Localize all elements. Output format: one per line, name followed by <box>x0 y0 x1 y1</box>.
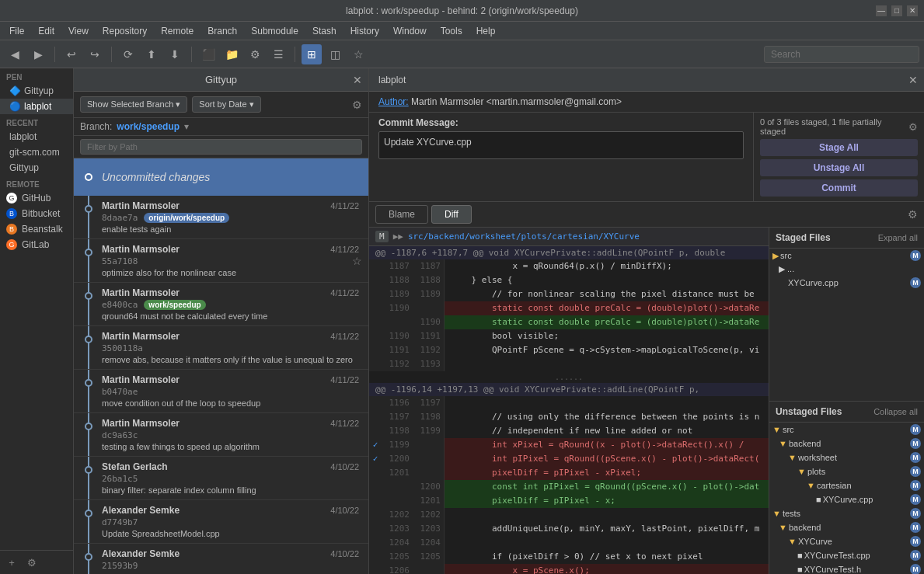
author-name: Martin Marmsoler <martin.marmsoler@gmail… <box>411 96 622 107</box>
list-item[interactable]: XYCurve.cpp M <box>769 276 924 290</box>
unstaged-files-title: Unstaged Files <box>776 406 842 417</box>
terminal-button[interactable]: ⬛ <box>198 44 218 64</box>
star-toolbar-button[interactable]: ☆ <box>348 44 368 64</box>
commit-msg-right: 0 of 3 files staged, 1 file partially st… <box>753 113 924 201</box>
diff-line-nums: 11891189 <box>382 287 445 301</box>
stage-all-button[interactable]: Stage All <box>760 139 918 156</box>
sidebar-item-beanstalk[interactable]: B Beanstalk <box>0 221 73 237</box>
menu-item-branch[interactable]: Branch <box>201 24 243 38</box>
menu-item-window[interactable]: Window <box>387 24 433 38</box>
list-item[interactable]: ▶ src M <box>769 249 924 263</box>
menu-item-stash[interactable]: Stash <box>306 24 343 38</box>
folder-icon: ▶ <box>772 251 779 261</box>
table-row[interactable]: Martin Marmsoler 4/11/22 b0470ae move co… <box>74 370 368 413</box>
close-window-button[interactable]: ✕ <box>907 5 918 16</box>
add-repo-button[interactable]: + <box>3 554 20 571</box>
menu-item-help[interactable]: Help <box>470 24 502 38</box>
diff-line-nums: 1190 <box>382 315 445 329</box>
tree-item-label: XYCurve.cpp <box>823 495 873 504</box>
commit-date: 4/10/22 <box>330 462 359 471</box>
list-item[interactable]: ▼ worksheet M <box>769 451 924 464</box>
list-item[interactable]: ▼ XYCurve M <box>769 534 924 548</box>
commit-hash: 55a7108 <box>102 256 138 266</box>
sidebar-item-github[interactable]: G GitHub <box>0 190 73 206</box>
labplot-close-button[interactable]: ✕ <box>908 74 918 86</box>
diff-settings-button[interactable]: ⚙ <box>908 208 918 221</box>
settings-button[interactable]: ⚙ <box>245 44 265 64</box>
list-item[interactable]: ▼ backend M <box>769 520 924 534</box>
sidebar-item-bitbucket[interactable]: B Bitbucket <box>0 206 73 221</box>
uncommitted-changes-item[interactable]: Uncommitted changes <box>74 158 368 196</box>
sidebar-item-recent-labplot[interactable]: labplot <box>0 129 73 144</box>
list-item[interactable]: ■ XYCurveTest.cpp M <box>769 548 924 562</box>
minimize-button[interactable]: — <box>876 5 887 16</box>
table-row[interactable]: Martin Marmsoler 4/11/22 dc9a63c testing… <box>74 413 368 457</box>
unstage-all-button[interactable]: Unstage All <box>760 159 918 176</box>
table-row[interactable]: Alexander Semke 4/10/22 21593b9 Removed … <box>74 544 368 574</box>
filter-input[interactable] <box>80 139 362 155</box>
table-row[interactable]: Martin Marmsoler 4/11/22 55a7108 optimiz… <box>74 239 368 283</box>
folder-button[interactable]: 📁 <box>221 44 242 64</box>
sidebar-item-recent-gitscm[interactable]: git-scm.com <box>0 144 73 160</box>
redo-button[interactable]: ↪ <box>85 44 105 64</box>
menu-item-repository[interactable]: Repository <box>96 24 153 38</box>
table-row[interactable]: Alexander Semke 4/10/22 d7749b7 Update S… <box>74 500 368 544</box>
sidebar-item-gitlab[interactable]: G GitLab <box>0 237 73 252</box>
sidebar-item-labplot[interactable]: 🔵 labplot <box>0 99 73 114</box>
sort-date-button[interactable]: Sort by Date ▾ <box>192 96 260 113</box>
list-item[interactable]: ▼ src M <box>769 423 924 437</box>
list-item[interactable]: ▶ ... <box>769 263 924 276</box>
menu-item-history[interactable]: History <box>344 24 385 38</box>
back-button[interactable]: ◀ <box>5 44 25 64</box>
list-item[interactable]: ▼ backend M <box>769 437 924 451</box>
search-input[interactable] <box>764 46 919 63</box>
history-button[interactable]: ◫ <box>325 44 345 64</box>
settings-left-button[interactable]: ⚙ <box>23 554 40 571</box>
maximize-button[interactable]: □ <box>891 5 902 16</box>
fetch-button[interactable]: ⟳ <box>118 44 138 64</box>
menu-item-tools[interactable]: Tools <box>434 24 469 38</box>
commit-button[interactable]: Commit <box>760 179 918 197</box>
collapse-all-button[interactable]: Collapse all <box>873 407 918 416</box>
author-label[interactable]: Author: <box>378 96 409 107</box>
gittyup-close-button[interactable]: ✕ <box>353 74 362 86</box>
commit-line <box>88 370 89 412</box>
labplot-header: labplot ✕ <box>369 68 924 92</box>
menu-item-edit[interactable]: Edit <box>32 24 61 38</box>
list-item[interactable]: ▼ tests M <box>769 506 924 520</box>
show-branch-button[interactable]: Show Selected Branch ▾ <box>80 96 187 113</box>
menu-item-view[interactable]: View <box>62 24 95 38</box>
push-button[interactable]: ⬆ <box>141 44 162 64</box>
blame-tab[interactable]: Blame <box>375 205 428 224</box>
table-row[interactable]: Martin Marmsoler 4/11/22 8daae7a origin/… <box>74 196 368 239</box>
forward-button[interactable]: ▶ <box>28 44 48 64</box>
table-row[interactable]: Martin Marmsoler 4/11/22 3500118a remove… <box>74 326 368 370</box>
menu-item-submodule[interactable]: Submodule <box>245 24 305 38</box>
diff-line: 11921193 <box>369 357 769 371</box>
diff-line: 12041204 <box>369 536 769 550</box>
diff-tab[interactable]: Diff <box>431 205 472 224</box>
list-item[interactable]: ■ XYCurve.cpp M <box>769 492 924 506</box>
sidebar-item-recent-gittyup[interactable]: Gittyup <box>0 160 73 176</box>
list-item[interactable]: ▼ cartesian M <box>769 478 924 492</box>
menu-item-file[interactable]: File <box>3 24 30 38</box>
sidebar-item-gittyup[interactable]: 🔷 Gittyup <box>0 83 73 99</box>
diff-view-button[interactable]: ⊞ <box>302 44 322 64</box>
gittyup-settings-button[interactable]: ⚙ <box>352 99 362 111</box>
log-button[interactable]: ☰ <box>268 44 288 64</box>
table-row[interactable]: Martin Marmsoler 4/11/22 e8400ca work/sp… <box>74 283 368 326</box>
commit-msg-text[interactable]: Update XYCurve.cpp <box>378 131 744 159</box>
menu-item-remote[interactable]: Remote <box>155 24 200 38</box>
diff-area: Blame Diff ⚙ M ▶▶ src/backend/worksheet/… <box>369 202 924 574</box>
table-row[interactable]: Stefan Gerlach 4/10/22 26ba1c5 binary fi… <box>74 457 368 500</box>
diff-check <box>369 424 382 438</box>
pull-button[interactable]: ⬇ <box>165 44 185 64</box>
undo-button[interactable]: ↩ <box>61 44 82 64</box>
expand-all-button[interactable]: Expand all <box>878 233 918 242</box>
list-item[interactable]: ■ XYCurveTest.h M <box>769 562 924 575</box>
list-item[interactable]: ▼ plots M <box>769 464 924 478</box>
star-icon[interactable]: ☆ <box>352 255 362 267</box>
diff-content[interactable]: M ▶▶ src/backend/worksheet/plots/cartesi… <box>369 228 769 574</box>
diff-check <box>369 329 382 343</box>
staged-settings-button[interactable]: ⚙ <box>908 121 918 133</box>
